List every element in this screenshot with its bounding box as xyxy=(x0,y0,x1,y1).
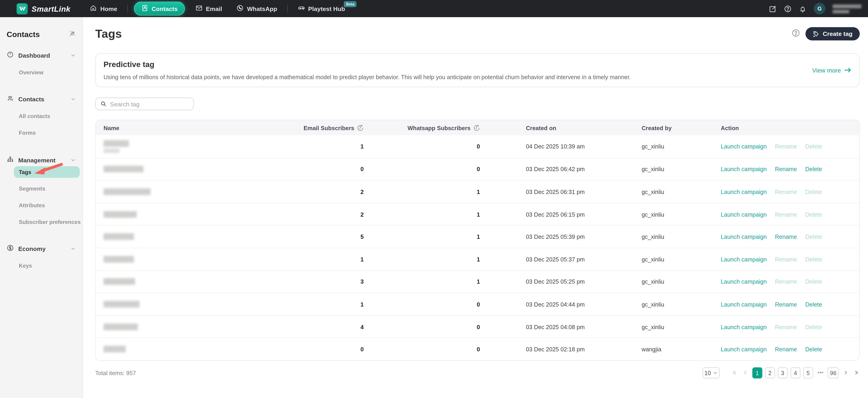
chevron-down-icon xyxy=(70,244,76,254)
tags-table: Name Email Subscribers Whatsapp Subscrib… xyxy=(95,120,860,361)
delete-link[interactable]: Delete xyxy=(805,346,822,352)
nav-item-label: Playtest Hub xyxy=(308,5,345,12)
page-button-2[interactable]: 2 xyxy=(765,367,775,378)
rename-link[interactable]: Rename xyxy=(775,233,797,240)
column-header-whatsapp-subscribers[interactable]: Whatsapp Subscribers xyxy=(364,124,480,131)
delete-link[interactable]: Delete xyxy=(805,323,822,330)
sidebar-item-keys[interactable]: Keys xyxy=(0,260,83,272)
rename-link[interactable]: Rename xyxy=(775,256,797,263)
rename-link[interactable]: Rename xyxy=(775,211,797,218)
sidebar-group-economy[interactable]: Economy xyxy=(0,243,83,255)
delete-link[interactable]: Delete xyxy=(805,278,822,285)
rename-link[interactable]: Rename xyxy=(775,301,797,307)
delete-link[interactable]: Delete xyxy=(805,301,822,307)
first-page-button[interactable] xyxy=(731,367,739,378)
rename-link[interactable]: Rename xyxy=(775,278,797,285)
delete-link[interactable]: Delete xyxy=(805,189,822,195)
column-header-action[interactable]: Action xyxy=(721,124,851,131)
launch-campaign-link[interactable]: Launch campaign xyxy=(721,278,767,285)
column-header-created-by[interactable]: Created by xyxy=(642,124,721,131)
search-icon xyxy=(101,101,106,107)
last-page-button[interactable] xyxy=(852,367,860,378)
brand-name: SmartLink xyxy=(32,4,70,13)
launch-campaign-link[interactable]: Launch campaign xyxy=(721,323,767,330)
rename-link[interactable]: Rename xyxy=(775,323,797,330)
sidebar-item-forms[interactable]: Forms xyxy=(0,127,83,139)
delete-link[interactable]: Delete xyxy=(805,233,822,240)
home-icon xyxy=(90,4,97,12)
launch-campaign-link[interactable]: Launch campaign xyxy=(721,143,767,150)
delete-link[interactable]: Delete xyxy=(805,211,822,218)
tag-name-redacted xyxy=(103,346,262,352)
whatsapp-subscribers-value: 1 xyxy=(364,233,480,240)
prev-page-button[interactable] xyxy=(742,367,749,378)
launch-campaign-link[interactable]: Launch campaign xyxy=(721,233,767,240)
sidebar-item-subscriber-preferences[interactable]: Subscriber preferences xyxy=(0,216,83,228)
next-page-button[interactable] xyxy=(841,367,849,378)
page-button-96[interactable]: 96 xyxy=(828,367,839,378)
column-header-name[interactable]: Name xyxy=(103,124,262,131)
page-button-3[interactable]: 3 xyxy=(778,367,788,378)
page-button-1[interactable]: 1 xyxy=(752,367,762,378)
clock-history-icon xyxy=(357,124,364,131)
column-header-email-subscribers[interactable]: Email Subscribers xyxy=(262,124,364,131)
column-header-created-on[interactable]: Created on xyxy=(480,124,642,131)
search-tag-input[interactable] xyxy=(110,101,188,107)
chevron-left-icon xyxy=(743,370,748,375)
nav-item-contacts[interactable]: Contacts xyxy=(134,2,185,16)
created-by-value: gc_xinliu xyxy=(642,211,721,218)
nav-item-playtest-hub[interactable]: Playtest HubBeta xyxy=(290,0,352,17)
launch-campaign-link[interactable]: Launch campaign xyxy=(721,166,767,172)
main-content: Tags Create tag Predictive tag Using xyxy=(83,17,868,398)
sidebar-group-management[interactable]: Management xyxy=(0,154,83,166)
whatsapp-subscribers-value: 1 xyxy=(364,211,480,218)
launch-campaign-link[interactable]: Launch campaign xyxy=(721,346,767,352)
sidebar-item-segments[interactable]: Segments xyxy=(0,183,83,194)
delete-link[interactable]: Delete xyxy=(805,166,822,172)
beta-badge: Beta xyxy=(344,1,356,7)
rename-link[interactable]: Rename xyxy=(775,346,797,352)
page-button-4[interactable]: 4 xyxy=(790,367,801,378)
brand[interactable]: SmartLink xyxy=(17,3,71,14)
avatar[interactable]: G xyxy=(814,3,826,15)
rename-link[interactable]: Rename xyxy=(775,189,797,195)
create-tag-button[interactable]: Create tag xyxy=(806,27,860,40)
created-by-value: gc_xinliu xyxy=(642,323,721,330)
nav-item-label: Home xyxy=(100,5,117,12)
launch-campaign-link[interactable]: Launch campaign xyxy=(721,301,767,307)
compose-icon[interactable] xyxy=(769,5,777,12)
created-on-value: 04 Dec 2025 10:39 am xyxy=(480,143,642,150)
page-size-select[interactable]: 10 xyxy=(702,367,719,378)
created-by-value: gc_xinliu xyxy=(642,143,721,150)
created-by-value: wangjia xyxy=(642,346,721,352)
help-icon[interactable] xyxy=(784,5,792,12)
launch-campaign-link[interactable]: Launch campaign xyxy=(721,189,767,195)
page-button-5[interactable]: 5 xyxy=(803,367,813,378)
launch-campaign-link[interactable]: Launch campaign xyxy=(721,256,767,263)
nav-item-whatsapp[interactable]: WhatsApp xyxy=(229,0,284,17)
sidebar-item-overview[interactable]: Overview xyxy=(0,66,83,78)
row-actions: Launch campaignRenameDelete xyxy=(721,211,851,218)
topbar: SmartLink HomeContactsEmailWhatsAppPlayt… xyxy=(0,0,868,17)
unpin-icon[interactable] xyxy=(68,29,76,39)
sidebar-item-tags[interactable]: Tags xyxy=(14,166,80,178)
table-row: 0003 Dec 2025 06:42 pmgc_xinliuLaunch ca… xyxy=(96,158,859,180)
sidebar-group-dashboard[interactable]: Dashboard xyxy=(0,49,83,61)
rename-link[interactable]: Rename xyxy=(775,143,797,150)
notifications-bell-icon[interactable] xyxy=(799,5,807,12)
nav-item-home[interactable]: Home xyxy=(83,0,125,17)
nav-item-email[interactable]: Email xyxy=(188,0,229,17)
page-help-icon[interactable] xyxy=(792,29,800,39)
delete-link[interactable]: Delete xyxy=(805,256,822,263)
sidebar-group-contacts[interactable]: Contacts xyxy=(0,93,83,105)
delete-link[interactable]: Delete xyxy=(805,143,822,150)
search-tag-box xyxy=(95,97,194,110)
view-more-link[interactable]: View more xyxy=(812,67,851,74)
sidebar-item-all-contacts[interactable]: All contacts xyxy=(0,110,83,122)
rename-link[interactable]: Rename xyxy=(775,166,797,172)
launch-campaign-link[interactable]: Launch campaign xyxy=(721,211,767,218)
user-name-redacted[interactable] xyxy=(833,4,861,13)
email-icon xyxy=(195,4,203,12)
sidebar-item-attributes[interactable]: Attributes xyxy=(0,199,83,211)
row-actions: Launch campaignRenameDelete xyxy=(721,143,851,150)
